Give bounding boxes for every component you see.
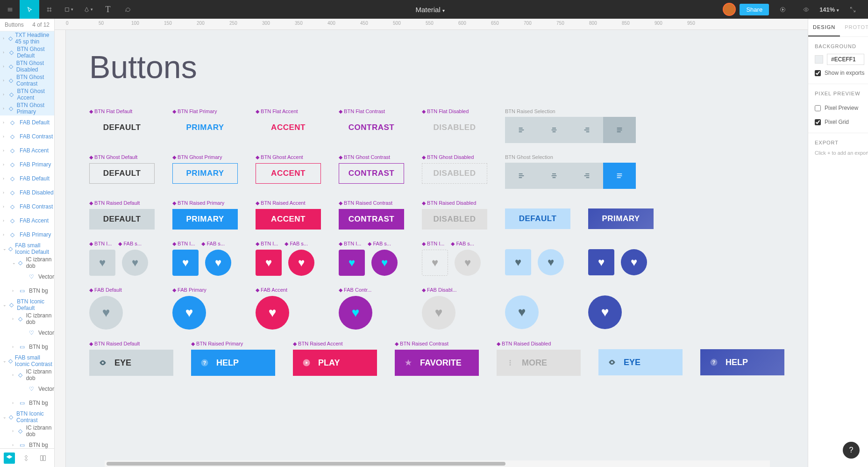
layer-item[interactable]: ›◇BTN Ghost Primary xyxy=(0,101,54,115)
layer-item[interactable]: ›◇IC izbrann dob xyxy=(0,368,54,382)
btn-flat-default[interactable]: DEFAULT xyxy=(89,117,155,138)
layer-item[interactable]: ♡Vector xyxy=(0,382,54,396)
layer-item[interactable]: ›◇BTN Ghost Default xyxy=(0,45,54,59)
fab-small[interactable]: ♥ xyxy=(371,250,398,276)
fab-small[interactable]: ♥ xyxy=(621,249,647,275)
layer-item[interactable]: ⌄◇FAB small Iconic Contrast xyxy=(0,354,54,368)
layer-item[interactable]: ›◇FAB Accent xyxy=(0,144,54,158)
comment-tool[interactable] xyxy=(118,0,137,19)
btn-flat-accent[interactable]: ACCENT xyxy=(256,117,321,138)
menu-button[interactable] xyxy=(0,0,20,19)
layer-item[interactable]: ›◇TXT Headline 45 sp thin xyxy=(0,31,54,45)
layer-item[interactable]: ›▭BTN bg xyxy=(0,340,54,354)
fab-default[interactable]: ♥ xyxy=(89,296,123,330)
fab-small[interactable]: ♥ xyxy=(205,250,231,276)
layer-item[interactable]: ›◇FAB Contrast xyxy=(0,129,54,144)
fab-small[interactable]: ♥ xyxy=(122,250,148,276)
btn-action[interactable]: ?HELP xyxy=(700,349,784,375)
present-button[interactable] xyxy=(773,0,792,19)
layer-item[interactable]: ♡Vector xyxy=(0,270,54,284)
align-center-icon[interactable] xyxy=(538,163,570,189)
align-left-icon[interactable] xyxy=(505,163,538,189)
icon-button[interactable]: ♥ xyxy=(89,250,115,276)
pen-tool[interactable]: ▾ xyxy=(78,0,98,19)
btn-action[interactable]: MORE xyxy=(497,350,581,376)
view-button[interactable] xyxy=(796,0,816,19)
layer-item[interactable]: ›◇FAB Default xyxy=(0,115,54,129)
btn-flat-contrast[interactable]: CONTRAST xyxy=(339,117,404,138)
layer-item[interactable]: ›◇FAB Disabled xyxy=(0,186,54,200)
canvas-area[interactable]: 0501001502002503003504004505005506006507… xyxy=(55,19,808,467)
btn-raised-primary[interactable]: PRIMARY xyxy=(172,209,238,230)
layer-item[interactable]: ⌄◇FAB small Iconic Default xyxy=(0,242,54,256)
zoom-level[interactable]: 141% ▾ xyxy=(819,6,839,13)
align-center-icon[interactable] xyxy=(538,117,570,143)
layer-item[interactable]: ♡Vector xyxy=(0,326,54,340)
layer-item[interactable]: ›◇BTN Ghost Disabled xyxy=(0,59,54,73)
btn-ghost-default[interactable]: DEFAULT xyxy=(89,163,155,184)
icon-button[interactable]: ♥ xyxy=(172,250,199,276)
layer-item[interactable]: ›◇FAB Primary xyxy=(0,158,54,172)
text-tool[interactable]: T xyxy=(98,0,118,19)
user-avatar[interactable] xyxy=(723,3,736,16)
btn-raised-alt[interactable]: DEFAULT xyxy=(505,208,570,229)
layer-item[interactable]: ›◇BTN Ghost Accent xyxy=(0,87,54,101)
icon-button[interactable]: ♥ xyxy=(339,250,365,276)
page-name[interactable]: Buttons xyxy=(5,22,24,28)
share-button[interactable]: Share xyxy=(740,4,769,15)
btn-flat-disabled[interactable]: DISABLED xyxy=(422,117,487,138)
layer-item[interactable]: ›▭BTN bg xyxy=(0,284,54,298)
layers-tab-icon[interactable] xyxy=(4,453,15,464)
btn-action[interactable]: EYE xyxy=(89,350,173,376)
btn-flat-primary[interactable]: PRIMARY xyxy=(172,117,238,138)
align-right-icon[interactable] xyxy=(570,163,603,189)
move-tool[interactable] xyxy=(20,0,39,19)
layer-item[interactable]: ›◇FAB Primary xyxy=(0,228,54,242)
btn-action[interactable]: PLAY xyxy=(293,350,377,376)
btn-raised-default[interactable]: DEFAULT xyxy=(89,209,155,230)
align-right-icon[interactable] xyxy=(570,117,603,143)
resize-button[interactable] xyxy=(843,0,862,19)
pixel-preview-checkbox[interactable]: Pixel Preview xyxy=(815,105,858,111)
btn-ghost-accent[interactable]: ACCENT xyxy=(256,163,321,184)
btn-raised-disabled[interactable]: DISABLED xyxy=(422,209,487,230)
layer-item[interactable]: ›▭BTN bg xyxy=(0,396,54,410)
horizontal-scrollbar[interactable] xyxy=(105,460,770,467)
layer-item[interactable]: ›◇IC izbrann dob xyxy=(0,424,54,438)
shape-tool[interactable]: ▾ xyxy=(59,0,78,19)
align-justify-icon[interactable] xyxy=(603,117,636,143)
library-tab-icon[interactable] xyxy=(37,453,49,464)
icon-button[interactable]: ♥ xyxy=(588,249,614,275)
tab-design[interactable]: DESIGN xyxy=(808,19,840,36)
tab-prototype[interactable]: PROTOTYPE xyxy=(840,19,868,36)
fab-alt[interactable]: ♥ xyxy=(588,295,622,329)
layer-item[interactable]: ›◇BTN Ghost Contrast xyxy=(0,73,54,87)
segmented-control[interactable] xyxy=(505,163,636,189)
document-title[interactable]: Material ▾ xyxy=(137,6,723,14)
layer-item[interactable]: ›◇FAB Default xyxy=(0,172,54,186)
btn-raised-accent[interactable]: ACCENT xyxy=(256,209,321,230)
layer-item[interactable]: ⌄◇BTN Iconic Default xyxy=(0,298,54,312)
fab-small[interactable]: ♥ xyxy=(538,249,564,275)
layer-item[interactable]: ›◇FAB Accent xyxy=(0,214,54,228)
segmented-control[interactable] xyxy=(505,117,636,143)
fab-small[interactable]: ♥ xyxy=(288,250,314,276)
layer-item[interactable]: ⌄◇IC izbrann dob xyxy=(0,256,54,270)
icon-button[interactable]: ♥ xyxy=(256,250,282,276)
fab-primary[interactable]: ♥ xyxy=(172,296,206,330)
fab-disabled[interactable]: ♥ xyxy=(422,296,455,330)
btn-action[interactable]: EYE xyxy=(598,349,683,375)
icon-button[interactable]: ♥ xyxy=(505,249,531,275)
layer-list[interactable]: ›◇TXT Headline 45 sp thin›◇BTN Ghost Def… xyxy=(0,31,54,448)
frame-tool[interactable] xyxy=(39,0,59,19)
fab-contrast[interactable]: ♥ xyxy=(339,296,372,330)
align-left-icon[interactable] xyxy=(505,117,538,143)
show-in-exports-checkbox[interactable]: Show in exports xyxy=(815,70,868,76)
btn-raised-contrast[interactable]: CONTRAST xyxy=(339,209,404,230)
color-input[interactable] xyxy=(827,54,864,65)
components-tab-icon[interactable] xyxy=(21,453,32,464)
btn-raised-alt[interactable]: PRIMARY xyxy=(588,208,654,229)
layer-item[interactable]: ›◇FAB Contrast xyxy=(0,200,54,214)
fab-accent[interactable]: ♥ xyxy=(256,296,289,330)
btn-ghost-contrast[interactable]: CONTRAST xyxy=(339,163,404,184)
